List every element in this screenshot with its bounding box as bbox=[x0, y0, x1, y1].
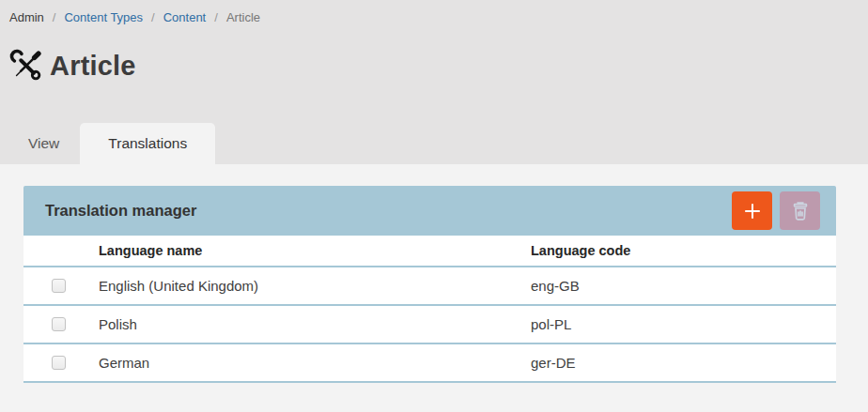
breadcrumb: Admin / Content Types / Content / Articl… bbox=[0, 10, 868, 24]
breadcrumb-separator: / bbox=[53, 10, 56, 24]
language-name-cell: German bbox=[99, 343, 531, 382]
trash-icon bbox=[789, 200, 812, 222]
row-checkbox[interactable] bbox=[52, 279, 66, 293]
delete-translation-button[interactable] bbox=[780, 191, 820, 230]
row-checkbox[interactable] bbox=[52, 317, 66, 331]
breadcrumb-item-admin: Admin bbox=[9, 10, 44, 24]
language-name-cell: Polish bbox=[99, 305, 531, 343]
panel-title: Translation manager bbox=[45, 202, 732, 220]
checkbox-column-header bbox=[23, 236, 99, 267]
language-code-cell: eng-GB bbox=[531, 267, 836, 305]
add-translation-button[interactable] bbox=[732, 191, 772, 230]
row-checkbox[interactable] bbox=[52, 356, 66, 370]
table-row: English (United Kingdom) eng-GB bbox=[23, 267, 836, 305]
breadcrumb-separator: / bbox=[151, 10, 155, 24]
breadcrumb-link-content[interactable]: Content bbox=[163, 10, 207, 24]
language-code-cell: pol-PL bbox=[531, 305, 836, 343]
table-row: Polish pol-PL bbox=[23, 305, 836, 343]
table-row: German ger-DE bbox=[23, 343, 836, 382]
page-title: Article bbox=[50, 51, 136, 82]
tab-content-area: Translation manager bbox=[0, 164, 868, 410]
breadcrumb-separator: / bbox=[214, 10, 218, 24]
panel-header: Translation manager bbox=[23, 186, 836, 236]
tab-view[interactable]: View bbox=[8, 123, 80, 164]
language-code-column-header: Language code bbox=[531, 236, 836, 267]
translations-table: Language name Language code English (Uni… bbox=[23, 236, 836, 383]
page-title-row: Article bbox=[9, 49, 868, 83]
plus-icon bbox=[742, 201, 763, 221]
language-name-column-header: Language name bbox=[99, 236, 531, 267]
top-header-section: Admin / Content Types / Content / Articl… bbox=[0, 0, 868, 164]
tools-icon bbox=[9, 49, 43, 83]
table-header-row: Language name Language code bbox=[23, 236, 836, 267]
language-name-cell: English (United Kingdom) bbox=[99, 267, 531, 305]
language-code-cell: ger-DE bbox=[531, 343, 836, 382]
breadcrumb-current-article: Article bbox=[226, 10, 260, 24]
tab-bar: View Translations bbox=[0, 123, 868, 164]
translation-manager-panel: Translation manager bbox=[23, 186, 836, 383]
breadcrumb-link-content-types[interactable]: Content Types bbox=[64, 10, 143, 24]
tab-translations[interactable]: Translations bbox=[80, 123, 215, 164]
